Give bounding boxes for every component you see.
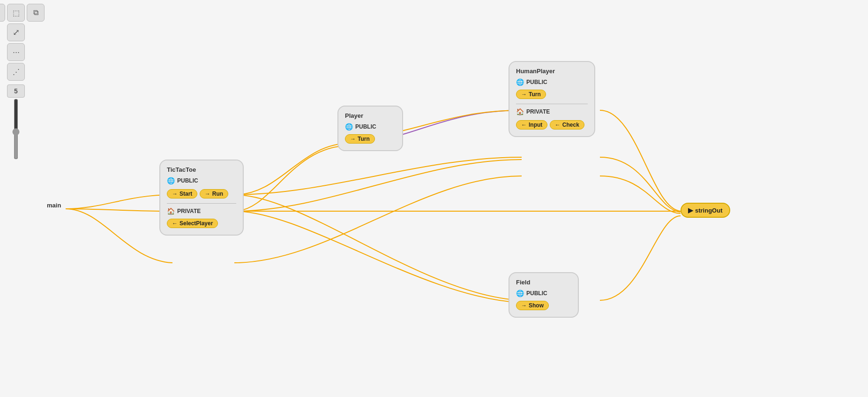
humanplayer-input-port[interactable]: Input [516, 120, 547, 130]
main-label: main [47, 202, 61, 209]
connections-svg [0, 0, 868, 397]
tictactoe-public-header: 🌐 PUBLIC [167, 177, 236, 184]
up-button[interactable]: ↑ [0, 4, 5, 22]
humanplayer-input-label: Input [529, 122, 542, 128]
field-show-arrow [521, 302, 527, 309]
player-public-label: PUBLIC [355, 123, 376, 130]
player-node[interactable]: Player 🌐 PUBLIC Turn [337, 106, 403, 151]
selectplayer-label: SelectPlayer [180, 220, 213, 227]
humanplayer-public-label: PUBLIC [526, 79, 547, 85]
run-arrow [205, 191, 210, 197]
tictactoe-private-label: PRIVATE [177, 208, 201, 214]
player-turn-arrow [350, 136, 356, 142]
copy-button[interactable]: ⧉ [27, 4, 45, 22]
stringout-label: stringOut [695, 207, 723, 214]
globe-icon-field: 🌐 [516, 290, 524, 297]
house-icon-humanplayer: 🏠 [516, 108, 524, 115]
tictactoe-title: TicTacToe [167, 166, 236, 173]
start-arrow [172, 191, 178, 197]
field-public-label: PUBLIC [526, 290, 547, 297]
zoom-slider[interactable] [9, 99, 22, 160]
field-node[interactable]: Field 🌐 PUBLIC Show [509, 272, 579, 318]
start-label: Start [180, 191, 192, 197]
humanplayer-turn-port[interactable]: Turn [516, 90, 546, 99]
humanplayer-public-header: 🌐 PUBLIC [516, 78, 588, 86]
selectplayer-arrow [172, 220, 178, 227]
player-public-header: 🌐 PUBLIC [345, 123, 396, 130]
humanplayer-check-port[interactable]: Check [550, 120, 584, 130]
share-button[interactable]: ⋰ [7, 63, 25, 81]
tictactoe-private-header: 🏠 PRIVATE [167, 207, 236, 215]
run-label: Run [212, 191, 223, 197]
tictactoe-public-label: PUBLIC [177, 177, 198, 184]
field-public-header: 🌐 PUBLIC [516, 290, 571, 297]
export-button[interactable]: ⬚ [7, 4, 25, 22]
toolbar: ↑ ⬚ ⧉ ⤢ ⋯ ⋰ 5 [4, 4, 28, 160]
house-icon-tictactoe: 🏠 [167, 207, 175, 215]
humanplayer-turn-arrow [521, 91, 527, 98]
distribute-button[interactable]: ⋯ [7, 43, 25, 61]
toolbar-top-row: ↑ ⬚ ⧉ [0, 4, 45, 22]
tictactoe-start-port[interactable]: Start [167, 189, 197, 198]
humanplayer-turn-label: Turn [529, 91, 541, 98]
field-show-port[interactable]: Show [516, 301, 549, 310]
fit-button[interactable]: ⤢ [7, 23, 25, 41]
globe-icon-player: 🌐 [345, 123, 353, 130]
humanplayer-private-label: PRIVATE [526, 108, 550, 115]
humanplayer-node[interactable]: HumanPlayer 🌐 PUBLIC Turn 🏠 PRIVATE Inpu… [509, 61, 595, 137]
humanplayer-check-label: Check [562, 122, 579, 128]
stringout-node[interactable]: ▶ stringOut [681, 203, 730, 218]
main-node[interactable]: main [47, 202, 61, 209]
globe-icon-humanplayer: 🌐 [516, 78, 524, 86]
humanplayer-input-arrow [521, 122, 527, 128]
zoom-level: 5 [7, 84, 25, 98]
humanplayer-private-header: 🏠 PRIVATE [516, 108, 588, 115]
tictactoe-selectplayer-port[interactable]: SelectPlayer [167, 219, 218, 228]
globe-icon-tictactoe: 🌐 [167, 177, 175, 184]
tictactoe-node[interactable]: TicTacToe 🌐 PUBLIC Start Run 🏠 PRIVATE S… [159, 160, 244, 236]
player-turn-label: Turn [358, 136, 370, 142]
field-show-label: Show [529, 302, 544, 309]
humanplayer-check-arrow [555, 122, 561, 128]
player-title: Player [345, 112, 396, 119]
player-turn-port[interactable]: Turn [345, 134, 375, 144]
stringout-arrow: ▶ [688, 206, 693, 214]
tictactoe-run-port[interactable]: Run [200, 189, 228, 198]
humanplayer-title: HumanPlayer [516, 68, 588, 75]
zoom-slider-container: 5 [7, 84, 25, 160]
field-title: Field [516, 279, 571, 286]
